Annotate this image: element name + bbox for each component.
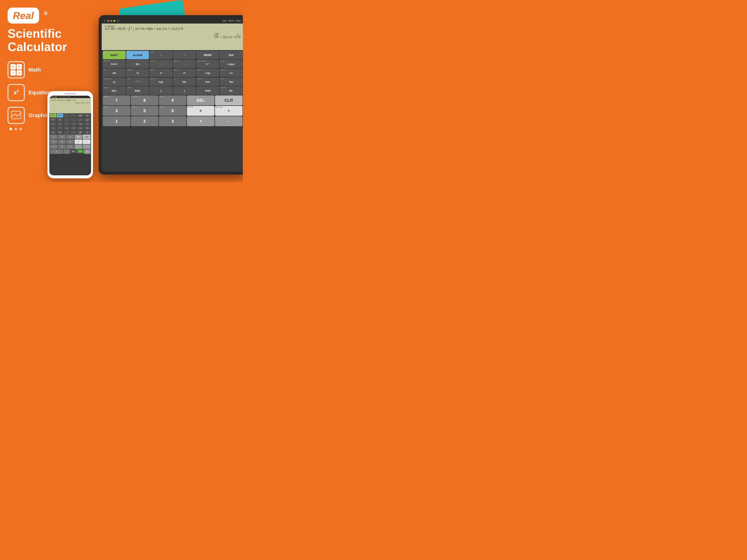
left-arrow-button[interactable]: d/dx ←: [150, 51, 172, 59]
negative-button[interactable]: STO CLRv (-): [103, 78, 126, 86]
plus-button[interactable]: +: [187, 116, 214, 126]
1-button[interactable]: 1: [103, 116, 130, 126]
fraction-button[interactable]: ∠ a a/b: [103, 69, 126, 77]
5-button[interactable]: CMPLX 5: [131, 106, 158, 116]
2nd-button[interactable]: Σ 2nd Π: [220, 51, 242, 59]
phone-sin[interactable]: Sin: [70, 126, 77, 130]
x-power-y-button[interactable]: Sin⁻¹ d xʸ: [173, 69, 196, 77]
tan-button[interactable]: M- m Tan: [220, 78, 242, 86]
phone-1[interactable]: 1: [50, 145, 58, 149]
phone-cos[interactable]: Cos: [77, 126, 84, 130]
phone-hyp[interactable]: hyp: [63, 126, 70, 130]
phone-dot[interactable]: .: [63, 149, 70, 154]
del-button[interactable]: nPr GCD DEL: [187, 96, 214, 105]
phone-ln[interactable]: Ln: [84, 122, 91, 126]
dot-2[interactable]: [15, 128, 17, 130]
6-button[interactable]: BASE 6: [159, 106, 186, 116]
log-a-x-button[interactable]: eˣ OCT Logₐx: [220, 60, 242, 68]
phone-down[interactable]: ↓: [70, 118, 77, 122]
hyp-button[interactable]: % Cot⁻¹ hyp: [150, 78, 172, 86]
phone-xinv[interactable]: x⁻¹: [77, 118, 84, 122]
8-button[interactable]: VECTOR 8: [131, 96, 158, 105]
sqrt-button[interactable]: FACT b √x: [126, 69, 149, 77]
open-paren-button[interactable]: ∞ (: [150, 86, 172, 95]
phone-logax[interactable]: LogₐX: [84, 118, 91, 122]
x-inverse-button[interactable]: HEX 10ˣ BIN x⁻¹: [197, 60, 219, 68]
phone-right[interactable]: →: [70, 114, 77, 118]
dms-button[interactable]: i Cot ° ' ": [126, 78, 149, 86]
phone-x2[interactable]: x²: [63, 122, 70, 126]
phone-open-p[interactable]: (: [63, 130, 70, 134]
x-squared-button[interactable]: Abs c x²: [150, 69, 172, 77]
phone-rcl[interactable]: RCL: [50, 130, 56, 134]
phone-divide[interactable]: ÷: [83, 139, 91, 144]
close-button[interactable]: [107, 20, 109, 22]
7-button[interactable]: MATRIX 7: [103, 96, 130, 105]
phone-3[interactable]: 3: [66, 145, 74, 149]
phone-9[interactable]: 9: [66, 134, 74, 139]
close-paren-button[interactable]: ): [173, 86, 196, 95]
dot-3[interactable]: [19, 128, 22, 130]
phone-del[interactable]: DEL: [75, 134, 82, 139]
eng-button[interactable]: CONV ENG: [126, 86, 149, 95]
shift-button[interactable]: SOLVE SHIFT =: [103, 51, 126, 59]
phone-equals[interactable]: =: [84, 149, 91, 154]
phone-left[interactable]: ←: [63, 114, 70, 118]
4-button[interactable]: STAT 4: [103, 106, 130, 116]
phone-calc[interactable]: CALC: [50, 118, 56, 122]
rcl-button[interactable]: CONST RCL: [103, 86, 126, 95]
std-button[interactable]: S⇌D: [197, 86, 219, 95]
phone-neg[interactable]: (-): [50, 126, 56, 130]
phone-7[interactable]: 7: [50, 134, 58, 139]
phone-2nd[interactable]: 2nd: [84, 114, 91, 118]
phone-plus[interactable]: +: [75, 145, 82, 149]
3-button[interactable]: 3: [159, 116, 186, 126]
phone-2[interactable]: 2: [58, 145, 66, 149]
phone-mplus[interactable]: M+: [84, 130, 91, 134]
phone-ab[interactable]: a/b: [50, 122, 56, 126]
calc-button[interactable]: mod ÷R CALC: [103, 60, 126, 68]
phone-dms[interactable]: °'": [57, 126, 63, 130]
phone-close-p[interactable]: ): [70, 130, 77, 134]
phone-integral[interactable]: ∫dx: [57, 118, 63, 122]
expand-button[interactable]: [110, 20, 112, 22]
phone-0[interactable]: 0: [50, 149, 63, 154]
alpha-button[interactable]: ALPHA: [126, 51, 149, 59]
phone-up[interactable]: ↑: [63, 118, 70, 122]
phone-4[interactable]: 4: [50, 139, 58, 144]
m-plus-button[interactable]: CLR All M+: [220, 86, 242, 95]
phone-mode[interactable]: MODE: [77, 114, 84, 118]
phone-clr[interactable]: CLR: [83, 134, 91, 139]
log-button[interactable]: Cos⁻¹ e Log: [197, 69, 219, 77]
settings-button[interactable]: [113, 20, 115, 22]
phone-std[interactable]: S⇌D: [77, 130, 84, 134]
minus-button[interactable]: -: [215, 116, 242, 126]
divide-button[interactable]: Rec Floor ÷: [215, 106, 242, 116]
phone-eng[interactable]: ENG: [57, 130, 63, 134]
ln-button[interactable]: Tan⁻¹ f Ln: [220, 69, 242, 77]
integral-button[interactable]: ∫dx: [126, 60, 149, 68]
phone-sqrt[interactable]: √x: [57, 122, 63, 126]
multiply-button[interactable]: Pol Celi ×: [187, 106, 214, 116]
9-button[interactable]: HELP 9: [159, 96, 186, 105]
phone-xy[interactable]: xʸ: [70, 122, 77, 126]
phone-6[interactable]: 6: [66, 139, 74, 144]
phone-alpha[interactable]: ALPHA: [57, 114, 63, 118]
phone-5[interactable]: 5: [58, 139, 66, 144]
phone-ans[interactable]: Ans: [77, 149, 83, 153]
cos-button[interactable]: a^b/c y Cos: [197, 78, 219, 86]
mode-button[interactable]: x! MODE: [197, 51, 219, 59]
phone-multiply[interactable]: ×: [75, 139, 82, 144]
down-arrow-button[interactable]: DEC ʸ√x ↓: [173, 60, 196, 68]
phone-tan[interactable]: Tan: [84, 126, 91, 130]
clr-button[interactable]: nCr LCM CLR: [215, 96, 242, 105]
phone-exp[interactable]: Exp: [70, 149, 77, 153]
sin-button[interactable]: , x Sin: [173, 78, 196, 86]
phone-shift[interactable]: SHIFT: [50, 114, 56, 118]
right-arrow-button[interactable]: : →: [173, 51, 196, 59]
phone-log[interactable]: Log: [77, 122, 84, 126]
dot-1[interactable]: [9, 128, 12, 130]
up-arrow-button[interactable]: ³√x x³ ↑: [150, 60, 172, 68]
phone-minus[interactable]: -: [83, 145, 91, 149]
phone-8[interactable]: 8: [58, 134, 66, 139]
